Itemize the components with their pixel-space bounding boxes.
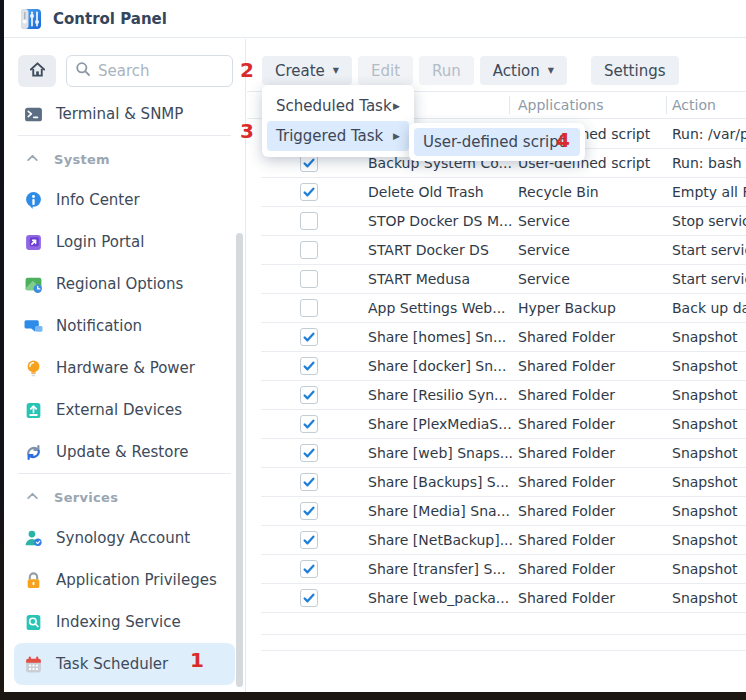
submenu-arrow-icon: ▶	[393, 91, 400, 121]
checkbox-unchecked[interactable]	[300, 299, 318, 317]
sidebar-item-label: Login Portal	[56, 233, 144, 251]
task-application-cell: Shared Folder	[518, 555, 615, 583]
annotation-3: 3	[240, 119, 254, 143]
task-scheduler-icon	[24, 655, 43, 674]
sidebar-scrollbar[interactable]	[236, 233, 243, 687]
titlebar: Control Panel	[4, 0, 746, 38]
table-row[interactable]: Share [Media] Sna...Shared FolderSnapsho…	[247, 497, 746, 526]
column-divider	[509, 96, 510, 114]
settings-button[interactable]: Settings	[591, 56, 679, 85]
task-action-cell: Run: bash /	[672, 149, 746, 177]
checkbox-checked[interactable]	[300, 183, 318, 201]
checkbox-unchecked[interactable]	[300, 270, 318, 288]
menu-item-triggered-task[interactable]: Triggered Task▶	[267, 121, 409, 151]
task-action-cell: Snapshot	[672, 352, 737, 380]
search-box	[66, 55, 233, 87]
checkbox-unchecked[interactable]	[300, 212, 318, 230]
sidebar-section-services[interactable]: Services	[14, 477, 235, 517]
control-panel-icon	[20, 8, 42, 30]
task-action-cell: Snapshot	[672, 555, 737, 583]
table-row[interactable]: START Docker DSServiceStart servic	[247, 236, 746, 265]
sidebar-item-label: Indexing Service	[56, 613, 181, 631]
home-button[interactable]	[18, 55, 56, 87]
task-name-cell: START Docker DS	[368, 236, 489, 264]
table-row[interactable]: Share [docker] Sn...Shared FolderSnapsho…	[247, 352, 746, 381]
checkbox-checked[interactable]	[300, 531, 318, 549]
task-action-cell: Start servic	[672, 236, 746, 264]
task-name-cell: START Medusa	[368, 265, 470, 293]
sidebar-item-regional-options[interactable]: Regional Options	[14, 263, 235, 305]
chevron-up-icon	[26, 150, 39, 169]
run-button[interactable]: Run	[419, 56, 474, 85]
sidebar-item-label: External Devices	[56, 401, 182, 419]
sidebar-item-label: Update & Restore	[56, 443, 188, 461]
task-application-cell: Service	[518, 236, 570, 264]
table-row[interactable]: Share [web_packa...Shared FolderSnapshot	[247, 584, 746, 613]
edit-button[interactable]: Edit	[358, 56, 413, 85]
table-row[interactable]: STOP Docker DS M...ServiceStop servic	[247, 207, 746, 236]
sidebar-item-label: Notification	[56, 317, 142, 335]
sidebar-item-label: Info Center	[56, 191, 140, 209]
checkbox-checked[interactable]	[300, 473, 318, 491]
sidebar-item-terminal-snmp[interactable]: Terminal & SNMP	[14, 93, 235, 135]
search-input[interactable]	[98, 62, 224, 80]
task-name-cell: STOP Docker DS M...	[368, 207, 512, 235]
sidebar-item-update-restore[interactable]: Update & Restore	[14, 431, 235, 473]
checkbox-unchecked[interactable]	[300, 241, 318, 259]
menu-item-scheduled-task[interactable]: Scheduled Task▶	[267, 91, 409, 121]
task-action-cell: Snapshot	[672, 410, 737, 438]
sidebar-section-label: Services	[54, 490, 118, 505]
task-name-cell: Share [homes] Sn...	[368, 323, 506, 351]
table-row[interactable]: START MedusaServiceStart servic	[247, 265, 746, 294]
create-menu: Scheduled Task▶Triggered Task▶	[262, 85, 414, 157]
chevron-up-icon	[26, 488, 39, 507]
checkbox-checked[interactable]	[300, 560, 318, 578]
menu-item-label: Scheduled Task	[276, 91, 392, 121]
checkbox-checked[interactable]	[300, 357, 318, 375]
sidebar-item-external-devices[interactable]: External Devices	[14, 389, 235, 431]
checkbox-checked[interactable]	[300, 444, 318, 462]
checkbox-checked[interactable]	[300, 328, 318, 346]
sidebar-item-application-privileges[interactable]: Application Privileges	[14, 559, 235, 601]
checkbox-checked[interactable]	[300, 386, 318, 404]
sidebar-item-notification[interactable]: Notification	[14, 305, 235, 347]
table-row[interactable]: Share [NetBackup]...Shared FolderSnapsho…	[247, 526, 746, 555]
sidebar-item-login-portal[interactable]: Login Portal	[14, 221, 235, 263]
settings-button-label: Settings	[604, 62, 666, 80]
table-row[interactable]: App Settings Web...Hyper BackupBack up d…	[247, 294, 746, 323]
sidebar-item-indexing-service[interactable]: Indexing Service	[14, 601, 235, 643]
table-row[interactable]: Share [Resilio Syn...Shared FolderSnapsh…	[247, 381, 746, 410]
chevron-down-icon: ▼	[333, 66, 339, 75]
table-row[interactable]: Share [web] Snaps...Shared FolderSnapsho…	[247, 439, 746, 468]
table-row[interactable]: Share [Backups] S...Shared FolderSnapsho…	[247, 468, 746, 497]
task-action-cell: Snapshot	[672, 526, 737, 554]
column-header-action[interactable]: Action	[672, 92, 716, 119]
menu-item-label: User-defined script	[423, 128, 565, 156]
empty-row-divider	[261, 650, 746, 651]
task-action-cell: Empty all R	[672, 178, 746, 206]
create-button-label: Create	[275, 62, 325, 80]
sidebar-item-synology-account[interactable]: Synology Account	[14, 517, 235, 559]
checkbox-checked[interactable]	[300, 502, 318, 520]
checkbox-checked[interactable]	[300, 415, 318, 433]
table-row[interactable]: Share [homes] Sn...Shared FolderSnapshot	[247, 323, 746, 352]
column-header-applications[interactable]: Applications	[518, 92, 604, 119]
task-application-cell: Hyper Backup	[518, 294, 616, 322]
task-application-cell: Service	[518, 265, 570, 293]
sidebar-item-hardware-power[interactable]: Hardware & Power	[14, 347, 235, 389]
task-name-cell: Share [transfer] S...	[368, 555, 506, 583]
create-button[interactable]: Create ▼	[262, 56, 352, 85]
task-table-body: User-defined scriptRun: /var/pBackup Sys…	[247, 120, 746, 613]
table-row[interactable]: Share [PlexMediaS...Shared FolderSnapsho…	[247, 410, 746, 439]
sidebar-item-info-center[interactable]: Info Center	[14, 179, 235, 221]
synology-account-icon	[24, 529, 43, 548]
checkbox-checked[interactable]	[300, 589, 318, 607]
task-action-cell: Snapshot	[672, 439, 737, 467]
table-row[interactable]: Share [transfer] S...Shared FolderSnapsh…	[247, 555, 746, 584]
table-row[interactable]: Delete Old TrashRecycle BinEmpty all R	[247, 178, 746, 207]
action-button[interactable]: Action ▼	[480, 56, 567, 85]
row-divider	[261, 612, 746, 613]
notification-icon	[24, 317, 43, 336]
sidebar-section-system[interactable]: System	[14, 139, 235, 179]
task-action-cell: Snapshot	[672, 323, 737, 351]
